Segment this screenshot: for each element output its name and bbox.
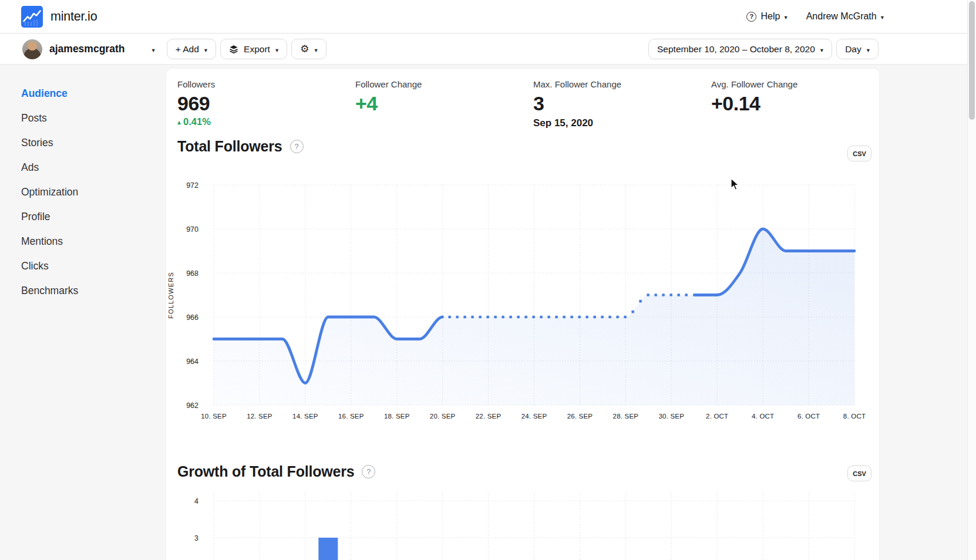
- stat-followers: Followers 969 ▴ 0.41%: [166, 79, 344, 129]
- help-icon[interactable]: ?: [290, 140, 304, 153]
- scrollbar-thumb[interactable]: [969, 1, 975, 120]
- sidebar-item-stories[interactable]: Stories: [0, 130, 166, 155]
- chart-line-estimated-dot: [624, 316, 627, 319]
- chart-line-estimated-dot: [448, 316, 451, 319]
- chart-line-estimated-dot: [471, 316, 474, 319]
- chevron-down-icon: ▾: [784, 12, 787, 21]
- x-axis-tick-label: 30. SEP: [658, 413, 684, 420]
- chart-line-estimated-dot: [456, 316, 459, 319]
- section-title: Total Followers: [177, 138, 282, 155]
- section-title: Growth of Total Followers: [177, 463, 354, 480]
- y-axis-tick-label: 3: [194, 534, 198, 542]
- granularity-selector[interactable]: Day ▾: [836, 39, 879, 59]
- chart-line-estimated-dot: [601, 316, 604, 319]
- stat-value: 969: [177, 92, 344, 115]
- chart-line-estimated-dot: [509, 316, 512, 319]
- y-axis-tick-label: 962: [186, 402, 198, 410]
- x-axis-tick-label: 16. SEP: [338, 413, 364, 420]
- settings-button[interactable]: ⚙ ▾: [291, 39, 327, 59]
- brand-group[interactable]: minter.io: [21, 6, 97, 28]
- sidebar-item-audience[interactable]: Audience: [0, 81, 166, 106]
- x-axis-tick-label: 18. SEP: [384, 413, 410, 420]
- csv-export-button[interactable]: csv: [847, 146, 871, 161]
- granularity-label: Day: [845, 44, 861, 55]
- stat-label: Avg. Follower Change: [711, 79, 878, 89]
- chevron-down-icon: ▾: [314, 45, 317, 53]
- chart-line-estimated-dot: [639, 300, 642, 303]
- stat-delta-value: 0.41%: [183, 116, 211, 127]
- chart-line-estimated-dot: [685, 294, 688, 296]
- sidebar-navigation: Audience Posts Stories Ads Optimization …: [0, 65, 166, 303]
- sidebar-item-profile[interactable]: Profile: [0, 204, 166, 229]
- sidebar-item-posts[interactable]: Posts: [0, 106, 166, 130]
- audience-content-card: Followers 969 ▴ 0.41% Follower Change +4…: [166, 69, 879, 560]
- x-axis-tick-label: 10. SEP: [201, 413, 227, 420]
- add-button-label: + Add: [176, 44, 199, 55]
- chart-line-estimated-dot: [555, 316, 558, 319]
- chart-line-estimated-dot: [593, 316, 596, 319]
- help-icon[interactable]: ?: [362, 465, 375, 478]
- chart-line-estimated-dot: [463, 316, 466, 319]
- chart-line-estimated-dot: [654, 294, 657, 296]
- chart-line-estimated-dot: [662, 294, 665, 296]
- y-axis-tick-label: 968: [186, 269, 198, 278]
- chart-line-estimated-dot: [524, 316, 527, 319]
- stats-summary-row: Followers 969 ▴ 0.41% Follower Change +4…: [166, 79, 879, 129]
- export-button-label: Export: [244, 44, 270, 55]
- y-axis-tick-label: 966: [186, 313, 198, 322]
- stat-label: Max. Follower Change: [533, 79, 700, 89]
- sidebar-item-optimization[interactable]: Optimization: [0, 180, 166, 204]
- chart-line-estimated-dot: [669, 294, 672, 296]
- gear-icon: ⚙: [300, 44, 309, 54]
- chart-line-estimated-dot: [631, 311, 634, 313]
- add-button[interactable]: + Add ▾: [167, 39, 216, 59]
- account-toolbar: ajamesmcgrath ▾ + Add ▾ Export ▾ ⚙ ▾ Sep…: [0, 34, 976, 65]
- total-followers-section-header: Total Followers ?: [177, 138, 304, 155]
- export-button[interactable]: Export ▾: [220, 39, 287, 59]
- y-axis-tick-label: 970: [186, 225, 198, 234]
- chart-line-estimated-dot: [585, 316, 588, 319]
- sidebar-item-benchmarks[interactable]: Benchmarks: [0, 278, 166, 303]
- growth-section-header: Growth of Total Followers ?: [177, 463, 375, 480]
- trend-up-icon: ▴: [177, 118, 181, 126]
- chart-line-estimated-dot: [502, 316, 504, 319]
- chart-line-estimated-dot: [647, 294, 649, 296]
- x-axis-tick-label: 26. SEP: [567, 413, 593, 420]
- stat-follower-change: Follower Change +4: [344, 79, 522, 129]
- x-axis-tick-label: 4. OCT: [752, 413, 774, 420]
- chart-line-estimated-dot: [517, 316, 520, 319]
- sidebar-item-ads[interactable]: Ads: [0, 155, 166, 180]
- chevron-down-icon: ▾: [204, 45, 207, 53]
- user-menu[interactable]: Andrew McGrath ▾: [806, 11, 884, 22]
- x-axis-tick-label: 28. SEP: [613, 413, 639, 420]
- help-menu[interactable]: ? Help ▾: [746, 11, 787, 22]
- brand-name: minter.io: [51, 9, 97, 24]
- sidebar-item-clicks[interactable]: Clicks: [0, 254, 166, 278]
- sidebar-item-mentions[interactable]: Mentions: [0, 229, 166, 254]
- y-axis-title: FOLLOWERS: [167, 272, 174, 319]
- x-axis-tick-label: 20. SEP: [430, 413, 456, 420]
- help-icon: ?: [746, 12, 756, 22]
- date-range-picker[interactable]: September 10, 2020 – October 8, 2020 ▾: [648, 39, 832, 59]
- chart-line-estimated-dot: [532, 316, 535, 319]
- growth-of-followers-bar-chart: 43: [167, 492, 869, 560]
- chart-line-estimated-dot: [547, 316, 550, 319]
- chart-line-estimated-dot: [608, 316, 611, 319]
- account-avatar[interactable]: [22, 39, 42, 59]
- stat-avg-follower-change: Avg. Follower Change +0.14: [700, 79, 878, 129]
- page-scrollbar: [967, 0, 976, 560]
- stat-value: 3: [533, 92, 700, 115]
- minterio-logo-icon: [21, 6, 43, 28]
- top-navigation-bar: minter.io ? Help ▾ Andrew McGrath ▾: [0, 0, 976, 33]
- chart-line-estimated-dot: [486, 316, 489, 319]
- chart-line-estimated-dot: [578, 316, 581, 319]
- chart-line-estimated-dot: [616, 316, 619, 319]
- csv-export-button[interactable]: csv: [847, 465, 871, 481]
- stat-max-follower-change: Max. Follower Change 3 Sep 15, 2020: [522, 79, 700, 129]
- account-name: ajamesmcgrath: [49, 43, 124, 55]
- stat-label: Followers: [177, 79, 344, 89]
- account-switcher-caret-icon[interactable]: ▾: [152, 45, 154, 53]
- growth-bar: [318, 538, 338, 560]
- x-axis-tick-label: 12. SEP: [247, 413, 272, 420]
- x-axis-tick-label: 8. OCT: [843, 413, 866, 420]
